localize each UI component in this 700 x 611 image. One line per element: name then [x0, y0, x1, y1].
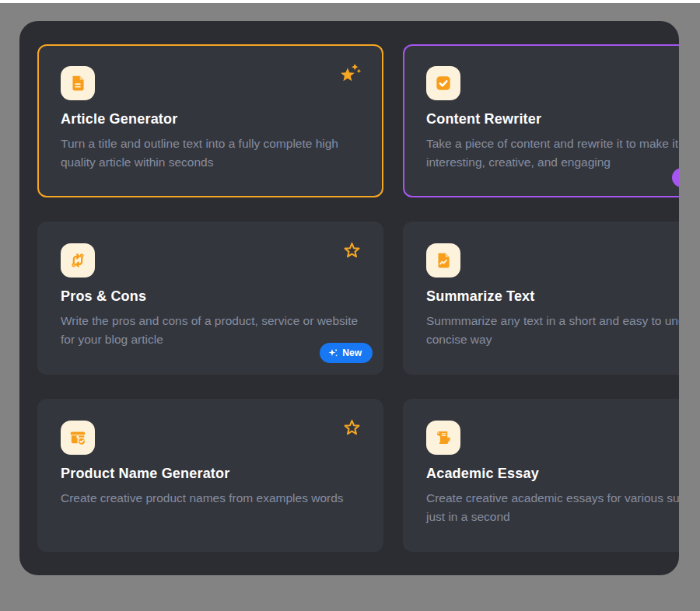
card-product-name-generator[interactable]: Product Name Generator Create creative p…	[37, 399, 383, 552]
card-title: Academic Essay	[426, 466, 679, 482]
tools-grid: Article Generator Turn a title and outli…	[37, 44, 679, 552]
card-description: Take a piece of content and rewrite it t…	[426, 134, 679, 172]
document-icon	[61, 66, 95, 100]
favorite-star-outline-icon[interactable]	[342, 417, 362, 437]
scroll-icon	[426, 421, 460, 455]
card-description: Summmarize any text in a short and easy …	[426, 312, 679, 349]
window-top-strip	[0, 0, 700, 3]
card-article-generator[interactable]: Article Generator Turn a title and outli…	[37, 44, 383, 197]
new-badge-label: New	[342, 347, 362, 358]
card-title: Product Name Generator	[61, 466, 360, 482]
card-description: Create creative product names from examp…	[61, 489, 360, 508]
card-title: Summarize Text	[426, 288, 679, 305]
card-title: Content Rewriter	[426, 111, 679, 127]
card-title: Article Generator	[61, 111, 360, 127]
card-content-rewriter[interactable]: Content Rewriter Take a piece of content…	[403, 44, 679, 197]
checkbox-icon	[426, 66, 460, 100]
card-title: Pros & Cons	[61, 288, 360, 305]
sparkle-icon	[328, 348, 338, 358]
content-panel: Article Generator Turn a title and outli…	[19, 21, 679, 575]
card-academic-essay[interactable]: Academic Essay Create creative academic …	[403, 399, 679, 552]
document-chart-icon	[426, 243, 460, 278]
swap-arrows-icon	[61, 243, 95, 278]
card-description: Create creative academic essays for vari…	[426, 489, 679, 526]
favorite-star-outline-icon[interactable]	[342, 240, 362, 260]
card-description: Turn a title and outline text into a ful…	[61, 134, 360, 172]
card-description: Write the pros and cons of a product, se…	[61, 312, 360, 349]
card-pros-and-cons[interactable]: Pros & Cons Write the pros and cons of a…	[37, 222, 383, 375]
card-summarize-text[interactable]: Summarize Text Summmarize any text in a …	[403, 222, 679, 375]
package-check-icon	[61, 421, 95, 455]
favorite-star-filled-icon[interactable]	[338, 63, 362, 84]
new-badge: New	[320, 343, 373, 363]
